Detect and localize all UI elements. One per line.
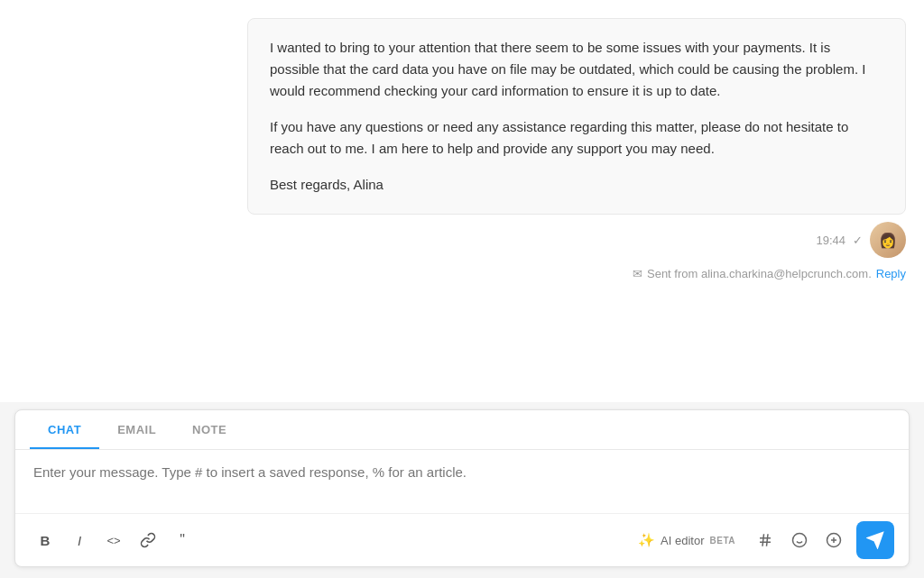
code-button[interactable]: <> [98, 525, 129, 555]
quote-button[interactable]: " [167, 525, 198, 555]
ai-wand-icon: ✨ [638, 532, 655, 548]
message-paragraph-3: Best regards, Alina [270, 174, 883, 196]
svg-line-3 [767, 534, 769, 546]
send-icon [866, 531, 884, 549]
envelope-icon: ✉ [633, 267, 642, 280]
chat-area: I wanted to bring to your attention that… [0, 0, 924, 402]
ai-editor-button[interactable]: ✨ AI editor BETA [627, 527, 746, 554]
tab-email[interactable]: EMAIL [99, 410, 174, 449]
reply-link[interactable]: Reply [876, 267, 906, 280]
message-meta: 19:44 ✓ 👩 [816, 222, 906, 258]
avatar: 👩 [870, 222, 906, 258]
svg-line-2 [762, 534, 764, 546]
tab-note[interactable]: NOTE [174, 410, 245, 449]
send-button[interactable] [856, 521, 894, 559]
bold-button[interactable]: B [30, 525, 60, 555]
sent-from: ✉ Sent from alina.charkina@helpcrunch.co… [633, 267, 906, 280]
tab-chat[interactable]: CHAT [30, 410, 99, 449]
message-paragraph-2: If you have any questions or need any as… [270, 116, 883, 160]
add-button[interactable] [818, 525, 849, 555]
svg-point-4 [793, 534, 807, 547]
check-icon: ✓ [853, 234, 863, 247]
message-paragraph-1: I wanted to bring to your attention that… [270, 37, 883, 102]
message-bubble: I wanted to bring to your attention that… [247, 18, 906, 215]
emoji-button[interactable] [784, 525, 815, 555]
hashtag-icon [757, 532, 773, 548]
compose-toolbar: B I <> " ✨ AI editor BETA [15, 513, 909, 566]
ai-editor-label: AI editor [661, 534, 704, 547]
plus-circle-icon [826, 532, 842, 548]
beta-badge: BETA [710, 536, 735, 546]
emoji-icon [791, 532, 808, 548]
compose-area: CHAT EMAIL NOTE B I <> " ✨ AI editor BET… [14, 409, 910, 567]
link-button[interactable] [133, 525, 163, 555]
avatar-image: 👩 [870, 222, 906, 258]
message-container: I wanted to bring to your attention that… [0, 18, 924, 295]
message-input[interactable] [33, 464, 891, 495]
sent-from-text: Sent from alina.charkina@helpcrunch.com. [647, 267, 872, 280]
link-icon [140, 532, 156, 548]
compose-input-area [15, 450, 909, 513]
compose-tabs: CHAT EMAIL NOTE [15, 410, 909, 450]
hashtag-button[interactable] [750, 525, 781, 555]
message-time: 19:44 [816, 234, 845, 247]
italic-button[interactable]: I [64, 525, 95, 555]
message-row: I wanted to bring to your attention that… [18, 18, 906, 222]
